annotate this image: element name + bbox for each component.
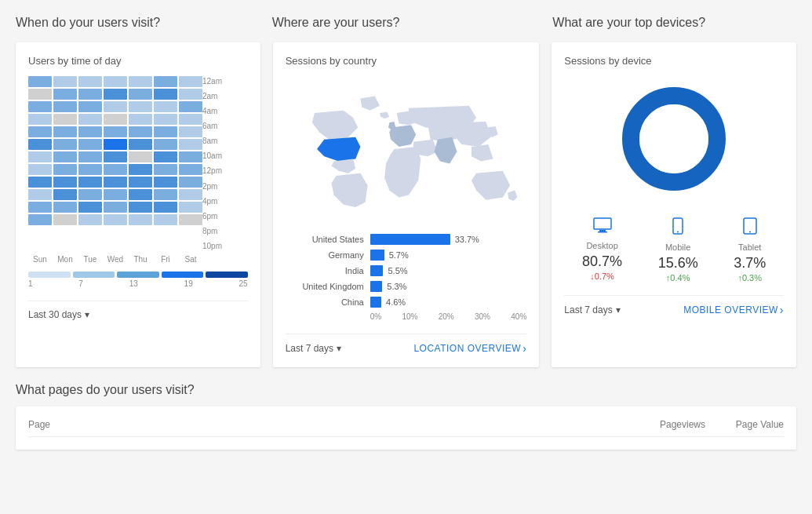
devices-date-selector[interactable]: Last 7 days ▾ [564, 304, 620, 315]
heatmap-cell [129, 177, 152, 188]
time-label: 2am [202, 91, 222, 102]
heatmap-day-col-0 [28, 76, 52, 252]
map-date-selector[interactable]: Last 7 days ▾ [286, 343, 341, 354]
heatmap-cell [104, 177, 127, 188]
bar-country-label: United States [286, 235, 364, 244]
devices-dropdown-icon: ▾ [616, 304, 621, 315]
time-label: 4am [202, 106, 222, 117]
heatmap-day-col-4 [129, 76, 152, 252]
device-metrics: Desktop80.7%↓0.7%Mobile15.6%↑0.4%Tablet3… [564, 217, 784, 283]
heatmap-cell [53, 189, 77, 200]
region-middle-east [413, 140, 438, 157]
axis-label: 10% [402, 312, 417, 321]
device-label: Tablet [734, 242, 766, 252]
desktop-icon [582, 217, 622, 238]
location-link-text: LOCATION OVERVIEW [413, 343, 521, 354]
heatmap-cell [104, 114, 127, 125]
heatmap-cell [78, 126, 102, 137]
heatmap-cell [154, 76, 177, 87]
heatmap-cell [129, 214, 152, 225]
heatmap-cell [154, 126, 177, 137]
device-metric-mobile: Mobile15.6%↑0.4% [658, 217, 698, 283]
heatmap-day-col-1 [53, 76, 77, 252]
heatmap-cell [104, 126, 127, 137]
world-map-svg [286, 76, 527, 217]
heatmap-cell [129, 151, 152, 162]
heatmap-content: 12am2am4am6am8am10am12pm2pm4pm6pm8pm10pm… [28, 76, 248, 288]
axis-label: 30% [475, 312, 490, 321]
heatmap-cell [129, 89, 152, 100]
bar-country-label: Germany [286, 250, 364, 260]
legend-bar-2 [73, 272, 115, 278]
heatmap-day-col-6 [179, 76, 202, 252]
device-percentage: 3.7% [734, 255, 766, 272]
pages-col-pageviews: Pageviews [627, 419, 705, 430]
heatmap-cell [28, 202, 52, 213]
heatmap-cell [28, 177, 52, 188]
mobile-link-text: MOBILE OVERVIEW [683, 304, 778, 315]
region-australia [472, 171, 510, 200]
region-iceland [380, 112, 389, 119]
heatmap-day-col-5 [154, 76, 177, 252]
device-metric-tablet: Tablet3.7%↑0.3% [734, 217, 766, 283]
bar-wrapper: 5.5% [370, 265, 527, 276]
heatmap-cell [179, 126, 202, 137]
heatmap-cell [78, 101, 102, 112]
heatmap-cell [179, 202, 202, 213]
heatmap-cell [28, 89, 52, 100]
heatmap-cell [53, 202, 77, 213]
heatmap-cell [28, 214, 52, 225]
heatmap-card: Users by time of day 12am2am4am6am8am10a… [16, 42, 260, 367]
time-label: 6am [202, 121, 222, 132]
heatmap-cell [78, 164, 102, 175]
time-label: 10am [202, 151, 222, 162]
when-section-title-wrapper: When do your users visit? [16, 16, 260, 39]
heatmap-footer: Last 30 days ▾ [28, 301, 248, 320]
where-section-title-wrapper: Where are your users? [272, 16, 541, 39]
heatmap-cell [154, 89, 177, 100]
heatmap-cell [28, 101, 52, 112]
bar-fill [370, 281, 383, 292]
heatmap-cell [78, 151, 102, 162]
devices-footer: Last 7 days ▾ MOBILE OVERVIEW › [564, 295, 784, 316]
location-overview-link[interactable]: LOCATION OVERVIEW › [413, 342, 526, 355]
pages-section-title: What pages do your users visit? [16, 383, 796, 397]
heatmap-cell [53, 114, 77, 125]
heatmap-cell [154, 202, 177, 213]
heatmap-date-selector[interactable]: Last 30 days ▾ [28, 309, 89, 320]
bar-value: 4.6% [386, 297, 406, 307]
legend-min: 1 [28, 279, 33, 288]
heatmap-cell [53, 126, 77, 137]
mobile-overview-link[interactable]: MOBILE OVERVIEW › [683, 304, 784, 316]
axis-label: 0% [370, 312, 381, 321]
heatmap-cell [53, 177, 77, 188]
heatmap-cells [28, 76, 202, 252]
country-bar-chart: United States33.7%Germany5.7%India5.5%Un… [286, 234, 527, 308]
heatmap-cell [104, 139, 127, 150]
time-label: 2pm [202, 181, 222, 192]
heatmap-cell [179, 214, 202, 225]
svg-rect-1 [599, 230, 606, 231]
day-label: Thu [129, 255, 152, 264]
heatmap-cell [154, 189, 177, 200]
bar-country-label: India [286, 266, 364, 275]
time-label: 12am [202, 76, 222, 87]
bar-row: Germany5.7% [286, 250, 527, 261]
heatmap-cell [179, 164, 202, 175]
bar-axis: 0%10%20%30%40% [286, 312, 527, 321]
time-label: 4pm [202, 196, 222, 207]
heatmap-cell [154, 177, 177, 188]
heatmap-cell [53, 76, 77, 87]
time-label: 10pm [202, 241, 222, 252]
heatmap-cell [53, 101, 77, 112]
map-footer: Last 7 days ▾ LOCATION OVERVIEW › [286, 334, 527, 355]
svg-point-6 [749, 231, 751, 233]
pages-table-header: Page Pageviews Page Value [28, 419, 784, 437]
region-africa [384, 147, 421, 198]
heatmap-cell [179, 114, 202, 125]
legend-bar-5 [206, 272, 248, 278]
heatmap-title: Users by time of day [28, 55, 248, 67]
heatmap-cell [129, 101, 152, 112]
day-label: Sat [179, 255, 202, 264]
bar-fill [370, 250, 384, 261]
